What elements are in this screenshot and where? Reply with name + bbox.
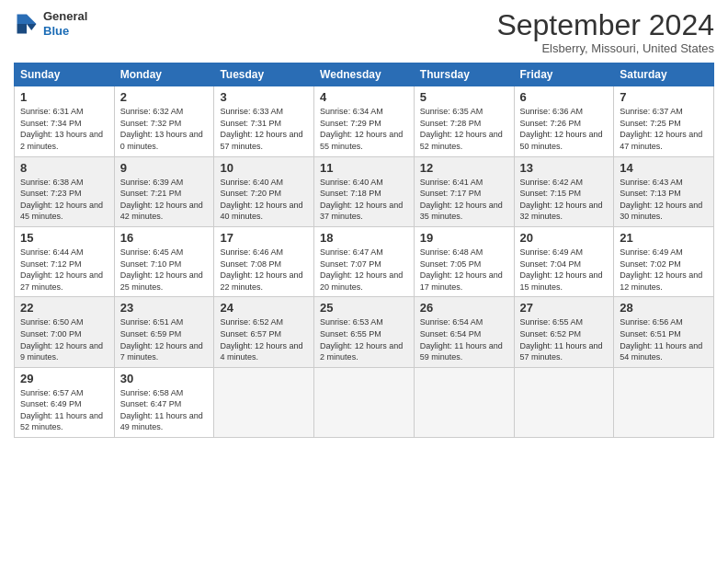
day-number: 14 bbox=[620, 161, 708, 175]
day-number: 30 bbox=[120, 372, 209, 385]
table-row: 16Sunrise: 6:45 AM Sunset: 7:10 PM Dayli… bbox=[114, 226, 214, 296]
day-info: Sunrise: 6:58 AM Sunset: 6:47 PM Dayligh… bbox=[120, 387, 209, 433]
location: Elsberry, Missouri, United States bbox=[496, 41, 714, 55]
logo-icon bbox=[14, 11, 40, 37]
logo-text: General Blue bbox=[43, 9, 87, 38]
day-number: 3 bbox=[220, 90, 308, 104]
table-row: 2Sunrise: 6:32 AM Sunset: 7:32 PM Daylig… bbox=[114, 86, 214, 156]
day-info: Sunrise: 6:41 AM Sunset: 7:17 PM Dayligh… bbox=[420, 177, 508, 223]
table-row: 11Sunrise: 6:40 AM Sunset: 7:18 PM Dayli… bbox=[314, 156, 415, 226]
day-number: 21 bbox=[620, 231, 708, 245]
col-monday: Monday bbox=[114, 63, 214, 86]
svg-rect-3 bbox=[17, 24, 28, 34]
day-info: Sunrise: 6:45 AM Sunset: 7:10 PM Dayligh… bbox=[120, 247, 209, 293]
table-row: 28Sunrise: 6:56 AM Sunset: 6:51 PM Dayli… bbox=[614, 297, 714, 367]
table-row: 7Sunrise: 6:37 AM Sunset: 7:25 PM Daylig… bbox=[614, 86, 714, 156]
svg-marker-1 bbox=[27, 24, 37, 30]
table-row: 30Sunrise: 6:58 AM Sunset: 6:47 PM Dayli… bbox=[114, 367, 214, 437]
table-row bbox=[214, 367, 314, 437]
day-info: Sunrise: 6:56 AM Sunset: 6:51 PM Dayligh… bbox=[620, 316, 708, 362]
day-number: 7 bbox=[620, 90, 708, 104]
calendar-container: General Blue September 2024 Elsberry, Mi… bbox=[0, 0, 728, 442]
day-info: Sunrise: 6:57 AM Sunset: 6:49 PM Dayligh… bbox=[20, 387, 108, 433]
title-block: September 2024 Elsberry, Missouri, Unite… bbox=[496, 9, 714, 55]
table-row: 20Sunrise: 6:49 AM Sunset: 7:04 PM Dayli… bbox=[514, 226, 614, 296]
day-number: 22 bbox=[20, 301, 108, 315]
col-wednesday: Wednesday bbox=[314, 63, 415, 86]
day-number: 12 bbox=[420, 161, 508, 175]
col-friday: Friday bbox=[514, 63, 614, 86]
table-row: 5Sunrise: 6:35 AM Sunset: 7:28 PM Daylig… bbox=[414, 86, 514, 156]
day-info: Sunrise: 6:46 AM Sunset: 7:08 PM Dayligh… bbox=[220, 247, 308, 293]
calendar-week-row: 15Sunrise: 6:44 AM Sunset: 7:12 PM Dayli… bbox=[15, 226, 714, 296]
day-number: 17 bbox=[220, 231, 308, 245]
day-info: Sunrise: 6:44 AM Sunset: 7:12 PM Dayligh… bbox=[20, 247, 108, 293]
logo-general: General bbox=[43, 9, 87, 24]
table-row: 8Sunrise: 6:38 AM Sunset: 7:23 PM Daylig… bbox=[15, 156, 115, 226]
col-saturday: Saturday bbox=[614, 63, 714, 86]
header-row: Sunday Monday Tuesday Wednesday Thursday… bbox=[15, 63, 714, 86]
table-row: 22Sunrise: 6:50 AM Sunset: 7:00 PM Dayli… bbox=[15, 297, 115, 367]
calendar-week-row: 1Sunrise: 6:31 AM Sunset: 7:34 PM Daylig… bbox=[15, 86, 714, 156]
day-number: 26 bbox=[420, 301, 508, 315]
day-number: 4 bbox=[320, 90, 408, 104]
calendar-week-row: 29Sunrise: 6:57 AM Sunset: 6:49 PM Dayli… bbox=[15, 367, 714, 437]
day-number: 27 bbox=[520, 301, 609, 315]
day-number: 9 bbox=[120, 161, 209, 175]
day-number: 10 bbox=[220, 161, 308, 175]
day-info: Sunrise: 6:50 AM Sunset: 7:00 PM Dayligh… bbox=[20, 316, 108, 362]
day-info: Sunrise: 6:40 AM Sunset: 7:18 PM Dayligh… bbox=[320, 177, 408, 223]
day-number: 2 bbox=[120, 90, 209, 104]
day-info: Sunrise: 6:49 AM Sunset: 7:04 PM Dayligh… bbox=[520, 247, 609, 293]
day-number: 20 bbox=[520, 231, 609, 245]
month-title: September 2024 bbox=[496, 9, 714, 41]
table-row: 23Sunrise: 6:51 AM Sunset: 6:59 PM Dayli… bbox=[114, 297, 214, 367]
table-row: 19Sunrise: 6:48 AM Sunset: 7:05 PM Dayli… bbox=[414, 226, 514, 296]
day-info: Sunrise: 6:55 AM Sunset: 6:52 PM Dayligh… bbox=[520, 316, 609, 362]
day-info: Sunrise: 6:36 AM Sunset: 7:26 PM Dayligh… bbox=[520, 106, 609, 152]
table-row: 1Sunrise: 6:31 AM Sunset: 7:34 PM Daylig… bbox=[15, 86, 115, 156]
day-info: Sunrise: 6:33 AM Sunset: 7:31 PM Dayligh… bbox=[220, 106, 308, 152]
day-number: 18 bbox=[320, 231, 408, 245]
table-row: 4Sunrise: 6:34 AM Sunset: 7:29 PM Daylig… bbox=[314, 86, 415, 156]
day-number: 28 bbox=[620, 301, 708, 315]
logo: General Blue bbox=[14, 9, 87, 38]
svg-rect-2 bbox=[17, 14, 28, 24]
calendar-week-row: 8Sunrise: 6:38 AM Sunset: 7:23 PM Daylig… bbox=[15, 156, 714, 226]
day-number: 16 bbox=[120, 231, 209, 245]
col-thursday: Thursday bbox=[414, 63, 514, 86]
day-number: 8 bbox=[20, 161, 108, 175]
table-row: 24Sunrise: 6:52 AM Sunset: 6:57 PM Dayli… bbox=[214, 297, 314, 367]
day-info: Sunrise: 6:35 AM Sunset: 7:28 PM Dayligh… bbox=[420, 106, 508, 152]
day-info: Sunrise: 6:42 AM Sunset: 7:15 PM Dayligh… bbox=[520, 177, 609, 223]
table-row: 3Sunrise: 6:33 AM Sunset: 7:31 PM Daylig… bbox=[214, 86, 314, 156]
day-info: Sunrise: 6:47 AM Sunset: 7:07 PM Dayligh… bbox=[320, 247, 408, 293]
day-info: Sunrise: 6:38 AM Sunset: 7:23 PM Dayligh… bbox=[20, 177, 108, 223]
table-row: 27Sunrise: 6:55 AM Sunset: 6:52 PM Dayli… bbox=[514, 297, 614, 367]
table-row: 10Sunrise: 6:40 AM Sunset: 7:20 PM Dayli… bbox=[214, 156, 314, 226]
day-number: 1 bbox=[20, 90, 108, 104]
table-row: 12Sunrise: 6:41 AM Sunset: 7:17 PM Dayli… bbox=[414, 156, 514, 226]
day-info: Sunrise: 6:34 AM Sunset: 7:29 PM Dayligh… bbox=[320, 106, 408, 152]
day-number: 19 bbox=[420, 231, 508, 245]
day-number: 11 bbox=[320, 161, 408, 175]
day-number: 5 bbox=[420, 90, 508, 104]
day-info: Sunrise: 6:52 AM Sunset: 6:57 PM Dayligh… bbox=[220, 316, 308, 362]
table-row: 14Sunrise: 6:43 AM Sunset: 7:13 PM Dayli… bbox=[614, 156, 714, 226]
table-row bbox=[414, 367, 514, 437]
table-row: 6Sunrise: 6:36 AM Sunset: 7:26 PM Daylig… bbox=[514, 86, 614, 156]
day-info: Sunrise: 6:31 AM Sunset: 7:34 PM Dayligh… bbox=[20, 106, 108, 152]
day-info: Sunrise: 6:32 AM Sunset: 7:32 PM Dayligh… bbox=[120, 106, 209, 152]
table-row: 15Sunrise: 6:44 AM Sunset: 7:12 PM Dayli… bbox=[15, 226, 115, 296]
day-info: Sunrise: 6:49 AM Sunset: 7:02 PM Dayligh… bbox=[620, 247, 708, 293]
table-row: 29Sunrise: 6:57 AM Sunset: 6:49 PM Dayli… bbox=[15, 367, 115, 437]
day-number: 6 bbox=[520, 90, 609, 104]
table-row bbox=[614, 367, 714, 437]
day-info: Sunrise: 6:37 AM Sunset: 7:25 PM Dayligh… bbox=[620, 106, 708, 152]
col-tuesday: Tuesday bbox=[214, 63, 314, 86]
table-row: 17Sunrise: 6:46 AM Sunset: 7:08 PM Dayli… bbox=[214, 226, 314, 296]
day-number: 23 bbox=[120, 301, 209, 315]
logo-blue: Blue bbox=[43, 24, 87, 39]
day-number: 25 bbox=[320, 301, 408, 315]
day-number: 29 bbox=[20, 372, 108, 385]
